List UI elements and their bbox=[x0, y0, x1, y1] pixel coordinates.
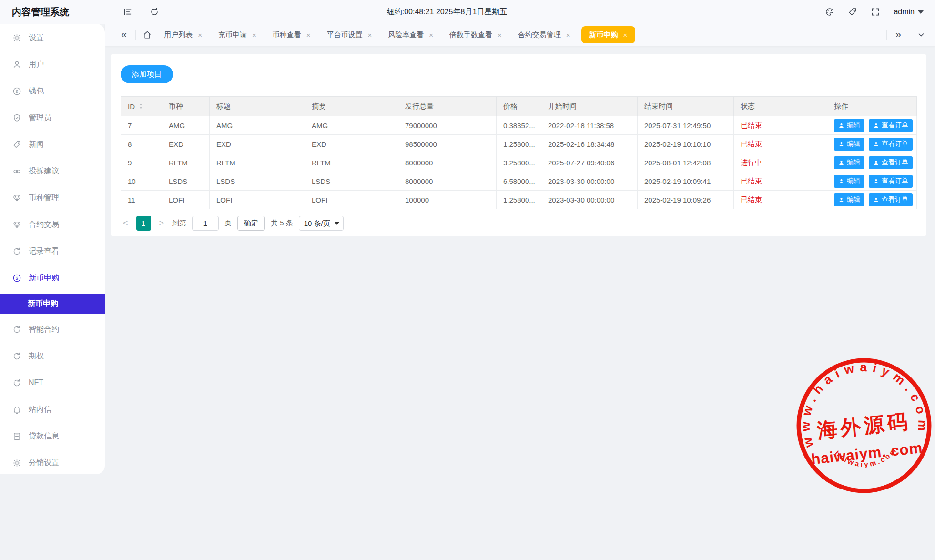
person-icon bbox=[838, 197, 844, 203]
sidebar-item-贷款信息[interactable]: 贷款信息 bbox=[0, 423, 105, 449]
next-page-icon[interactable]: > bbox=[157, 218, 167, 228]
divider bbox=[135, 30, 136, 40]
sidebar-item-用户[interactable]: 用户 bbox=[0, 51, 105, 78]
gem-icon bbox=[12, 220, 21, 229]
close-icon[interactable]: × bbox=[566, 31, 570, 39]
edit-button[interactable]: 编辑 bbox=[834, 193, 864, 206]
sidebar-item-站内信[interactable]: 站内信 bbox=[0, 396, 105, 423]
gear-icon bbox=[12, 33, 21, 42]
history-icon bbox=[12, 378, 21, 387]
sidebar-item-新闻[interactable]: 新闻 bbox=[0, 131, 105, 158]
view-order-button[interactable]: 查看订单 bbox=[869, 138, 913, 151]
close-icon[interactable]: × bbox=[306, 31, 311, 39]
person-icon bbox=[873, 197, 879, 203]
view-order-button[interactable]: 查看订单 bbox=[869, 193, 913, 206]
svg-text:$: $ bbox=[16, 275, 19, 280]
cell: 6.58000... bbox=[497, 172, 541, 191]
prev-page-icon[interactable]: < bbox=[121, 218, 131, 228]
tab-充币申请[interactable]: 充币申请× bbox=[210, 24, 264, 46]
divider bbox=[886, 30, 887, 40]
edit-button[interactable]: 编辑 bbox=[834, 119, 864, 132]
add-project-button[interactable]: 添加项目 bbox=[121, 65, 173, 83]
cell: 3.25800... bbox=[497, 153, 541, 172]
status-cell: 已结束 bbox=[734, 135, 827, 153]
sidebar-item-期权[interactable]: 期权 bbox=[0, 343, 105, 369]
view-order-button[interactable]: 查看订单 bbox=[869, 175, 913, 188]
tab-倍数手数查看[interactable]: 倍数手数查看× bbox=[441, 24, 510, 46]
tab-平台币设置[interactable]: 平台币设置× bbox=[319, 24, 380, 46]
cell: LSDS bbox=[162, 172, 210, 191]
user-menu[interactable]: admin bbox=[894, 8, 924, 16]
username: admin bbox=[894, 8, 915, 16]
tabs-scroll-right-icon[interactable]: » bbox=[894, 30, 903, 40]
cell: EXD bbox=[305, 135, 398, 153]
tab-合约交易管理[interactable]: 合约交易管理× bbox=[510, 24, 579, 46]
fullscreen-icon[interactable] bbox=[871, 7, 880, 17]
edit-button[interactable]: 编辑 bbox=[834, 138, 864, 151]
close-icon[interactable]: × bbox=[498, 31, 502, 39]
sidebar-item-管理员[interactable]: 管理员 bbox=[0, 104, 105, 131]
sidebar-item-新币申购[interactable]: $新币申购 bbox=[0, 265, 105, 291]
sidebar-item-投拆建议[interactable]: 投拆建议 bbox=[0, 158, 105, 184]
tabs-menu-chevron-icon[interactable] bbox=[917, 31, 925, 39]
view-order-button[interactable]: 查看订单 bbox=[869, 156, 913, 169]
tag-icon[interactable] bbox=[848, 7, 857, 17]
home-icon[interactable] bbox=[142, 30, 152, 40]
sidebar-item-钱包[interactable]: $钱包 bbox=[0, 78, 105, 104]
view-order-button-label: 查看订单 bbox=[882, 121, 908, 130]
tabs-scroll-left-icon[interactable]: « bbox=[119, 30, 129, 40]
tab-新币申购[interactable]: 新币申购× bbox=[581, 26, 636, 43]
confirm-button[interactable]: 确定 bbox=[237, 216, 265, 231]
cell: LOFI bbox=[305, 191, 398, 209]
bell-icon bbox=[12, 405, 21, 414]
edit-button-label: 编辑 bbox=[847, 195, 860, 204]
page-number[interactable]: 1 bbox=[136, 216, 151, 231]
view-order-button[interactable]: 查看订单 bbox=[869, 119, 913, 132]
edit-button[interactable]: 编辑 bbox=[834, 175, 864, 188]
column-header-label: 价格 bbox=[503, 102, 518, 111]
close-icon[interactable]: × bbox=[429, 31, 433, 39]
tab-币种查看[interactable]: 币种查看× bbox=[264, 24, 319, 46]
column-header[interactable]: ID bbox=[121, 97, 162, 116]
column-header-label: 开始时间 bbox=[548, 102, 577, 111]
dollar-circle-icon: $ bbox=[12, 87, 21, 96]
stamp-center-text: 海外源码 bbox=[816, 410, 912, 442]
sidebar-item-智能合约[interactable]: 智能合约 bbox=[0, 316, 105, 343]
sidebar-item-记录查看[interactable]: 记录查看 bbox=[0, 238, 105, 265]
person-icon bbox=[838, 160, 844, 166]
sidebar-subitem-新币申购[interactable]: 新币申购 bbox=[0, 294, 105, 314]
close-icon[interactable]: × bbox=[198, 31, 202, 39]
sort-icon[interactable] bbox=[138, 103, 144, 110]
person-icon bbox=[838, 178, 844, 184]
sidebar-item-币种管理[interactable]: 币种管理 bbox=[0, 184, 105, 211]
page-size-select-wrap: 10 条/页 bbox=[299, 216, 344, 231]
cell: 2022-02-18 11:38:58 bbox=[541, 116, 638, 135]
tab-风险率查看[interactable]: 风险率查看× bbox=[380, 24, 441, 46]
cell: RLTM bbox=[305, 153, 398, 172]
dollar-circle-icon: $ bbox=[12, 274, 21, 283]
cell: EXD bbox=[210, 135, 305, 153]
sidebar-item-设置[interactable]: 设置 bbox=[0, 24, 105, 51]
cell: 2025-07-27 09:40:06 bbox=[541, 153, 638, 172]
chevron-down-icon bbox=[918, 10, 924, 14]
actions-cell: 编辑查看订单 bbox=[827, 172, 917, 191]
menu-fold-icon[interactable] bbox=[123, 7, 132, 17]
sidebar-item-分销设置[interactable]: 分销设置 bbox=[0, 449, 105, 476]
cell: LSDS bbox=[210, 172, 305, 191]
page-input[interactable] bbox=[192, 216, 219, 231]
close-icon[interactable]: × bbox=[623, 31, 628, 39]
column-header-label: ID bbox=[128, 102, 135, 111]
theme-palette-icon[interactable] bbox=[825, 7, 834, 17]
close-icon[interactable]: × bbox=[252, 31, 256, 39]
divider bbox=[910, 30, 910, 40]
actions-cell: 编辑查看订单 bbox=[827, 153, 917, 172]
tab-用户列表[interactable]: 用户列表× bbox=[156, 24, 210, 46]
page-size-select[interactable]: 10 条/页 bbox=[299, 216, 344, 231]
close-icon[interactable]: × bbox=[368, 31, 372, 39]
sidebar-item-NFT[interactable]: NFT bbox=[0, 369, 105, 396]
sidebar-item-合约交易[interactable]: 合约交易 bbox=[0, 211, 105, 238]
user-icon bbox=[12, 60, 21, 69]
refresh-icon[interactable] bbox=[150, 7, 159, 17]
edit-button[interactable]: 编辑 bbox=[834, 156, 864, 169]
cell: AMG bbox=[305, 116, 398, 135]
